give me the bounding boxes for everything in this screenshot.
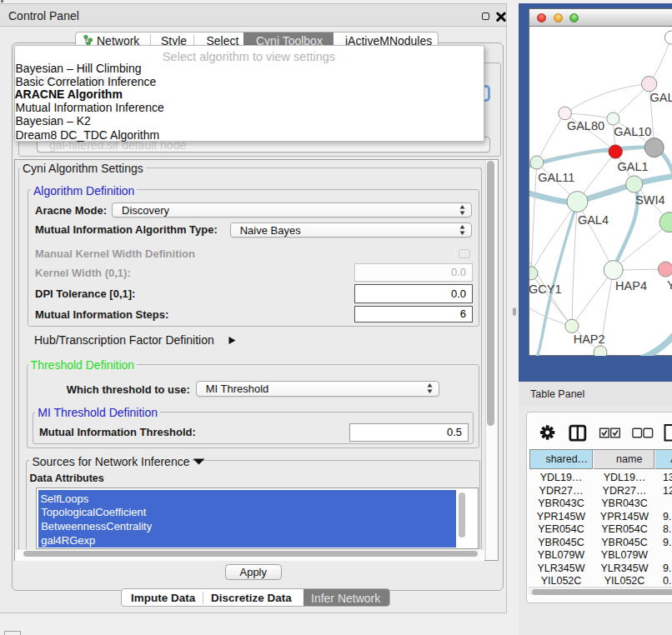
svg-text:GAL11: GAL11 [538, 171, 574, 184]
svg-text:GAL80: GAL80 [567, 119, 604, 132]
svg-text:GAL4: GAL4 [578, 213, 609, 227]
svg-text:Y: Y [667, 278, 672, 292]
svg-text:GAL2: GAL2 [650, 91, 672, 104]
svg-text:HAP2: HAP2 [574, 332, 605, 346]
svg-text:SWI4: SWI4 [635, 193, 664, 207]
svg-text:GCY1: GCY1 [529, 282, 562, 296]
svg-text:GAL10: GAL10 [614, 125, 651, 138]
svg-text:GAL1: GAL1 [618, 160, 649, 173]
svg-text:HAP4: HAP4 [615, 279, 647, 292]
